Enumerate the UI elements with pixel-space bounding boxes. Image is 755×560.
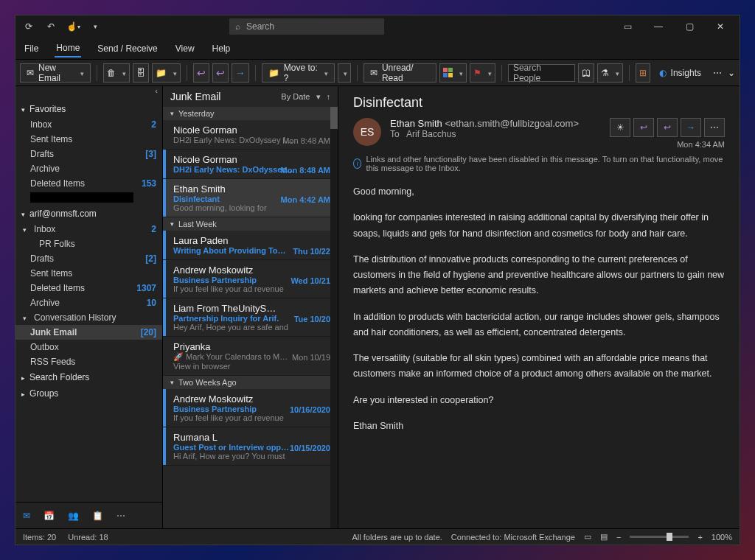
qat-customize-icon[interactable]: ▾	[86, 18, 104, 35]
touch-mode-icon[interactable]: ☝▾	[64, 18, 82, 35]
to-label: To	[390, 129, 400, 139]
undo-qat-icon[interactable]: ↶	[42, 18, 60, 35]
mail-item[interactable]: Andrew Moskowitz Business Partnership 10…	[163, 389, 338, 427]
people-nav-icon[interactable]: 👥	[68, 511, 79, 521]
zoom-out-icon[interactable]: −	[616, 533, 621, 542]
mail-from: Andrew Moskowitz	[173, 393, 330, 405]
mail-item[interactable]: Andrew Moskowitz Business Partnership We…	[163, 260, 338, 298]
menu-send-receive[interactable]: Send / Receive	[96, 41, 159, 57]
msg-reply-button[interactable]: ↩	[633, 118, 654, 137]
addins-button[interactable]: ⊞	[636, 63, 650, 83]
view-normal-icon[interactable]: ▭	[584, 532, 591, 542]
menu-view[interactable]: View	[174, 41, 196, 57]
ribbon-display-icon[interactable]: ▭	[613, 16, 642, 37]
mail-item[interactable]: Ethan Smith Disinfectant Mon 4:42 AM Goo…	[163, 179, 338, 217]
sidebar-item[interactable]: Deleted Items1307	[15, 281, 162, 295]
message-list: Junk Email By Date ▾ ↑ YesterdayNicole G…	[163, 86, 338, 528]
folder-label: PR Folks	[39, 239, 75, 249]
main-body: ‹ Favorites Inbox2Sent ItemsDrafts[3]Arc…	[15, 86, 740, 528]
sidebar-item[interactable]: Sent Items	[15, 266, 162, 281]
groups-section[interactable]: Groups	[15, 385, 162, 402]
sidebar-item[interactable]: Junk Email[20]	[15, 325, 162, 340]
sun-toggle-button[interactable]: ☀	[610, 118, 630, 137]
maximize-button[interactable]: ▢	[675, 16, 704, 37]
sidebar-item[interactable]: Sent Items	[15, 132, 162, 147]
search-folders-section[interactable]: Search Folders	[15, 369, 162, 385]
sidebar-item[interactable]: Archive	[15, 161, 162, 176]
unread-read-button[interactable]: ✉ Unread/ Read	[363, 63, 436, 83]
tasks-nav-icon[interactable]: 📋	[92, 511, 103, 521]
sort-control[interactable]: By Date ▾ ↑	[281, 92, 330, 102]
sort-direction-icon[interactable]: ↑	[327, 92, 331, 101]
more-nav-icon[interactable]: ⋯	[116, 511, 125, 521]
new-email-label: New Email	[38, 63, 74, 83]
address-book-button[interactable]: 🕮	[578, 63, 594, 83]
zoom-thumb[interactable]	[667, 533, 672, 541]
mail-nav-icon[interactable]: ✉	[23, 511, 30, 521]
msg-forward-button[interactable]: →	[681, 118, 701, 137]
msg-more-button[interactable]: ⋯	[704, 118, 725, 137]
archive-button[interactable]: 🗄	[133, 63, 149, 83]
insights-icon: ◐	[659, 68, 667, 78]
menu-file[interactable]: File	[23, 41, 40, 57]
more-button[interactable]: ⋯	[710, 63, 725, 83]
account-section[interactable]: arif@onmsft.com	[15, 206, 162, 222]
sidebar-item[interactable]: ▾Inbox2	[15, 222, 162, 237]
sidebar-item[interactable]: Archive10	[15, 295, 162, 310]
mail-item[interactable]: Rumana L Guest Post or Interview opp… 10…	[163, 427, 338, 466]
new-email-button[interactable]: ✉ New Email	[20, 63, 91, 83]
sidebar-collapse-icon[interactable]: ‹	[15, 86, 162, 101]
search-people-input[interactable]: Search People	[508, 64, 575, 82]
body-paragraph: Ethan Smith	[353, 419, 725, 434]
scrollbar-thumb[interactable]	[330, 107, 338, 129]
filter-button[interactable]: ⚗	[597, 63, 623, 83]
quicksteps-more[interactable]	[338, 63, 351, 83]
mail-from: Nicole Gorman	[173, 154, 330, 165]
move-button[interactable]: 📁	[152, 63, 181, 83]
chevron-down-icon	[171, 68, 177, 78]
folder-count: 10	[147, 298, 156, 308]
mail-date: 10/15/2020	[290, 444, 330, 452]
message-list-scrollbar[interactable]	[330, 107, 338, 528]
minimize-button[interactable]: —	[644, 16, 673, 37]
move-to-button[interactable]: 📁 Move to: ?	[262, 63, 335, 83]
reply-button[interactable]: ↩	[193, 63, 209, 83]
global-search[interactable]: ⌕ Search	[229, 18, 384, 35]
forward-button[interactable]: →	[232, 63, 249, 83]
mail-item[interactable]: Nicole Gorman DH2i Early News: DxOdyssey…	[163, 120, 338, 150]
menu-help[interactable]: Help	[211, 41, 232, 57]
view-reading-icon[interactable]: ▤	[600, 532, 608, 542]
mail-group-header[interactable]: Two Weeks Ago	[163, 376, 338, 389]
sidebar-item[interactable]: Drafts[2]	[15, 251, 162, 266]
ribbon-collapse-icon[interactable]: ⌄	[728, 68, 735, 78]
reply-all-button[interactable]: ↩	[212, 63, 229, 83]
sync-icon[interactable]: ⟳	[20, 18, 38, 35]
msg-reply-all-button[interactable]: ↩	[657, 118, 678, 137]
menu-home[interactable]: Home	[55, 40, 81, 57]
mail-item[interactable]: Laura Paden Writing About Providing To… …	[163, 231, 338, 260]
zoom-slider[interactable]	[630, 536, 689, 538]
insights-button[interactable]: ◐ Insights	[653, 63, 707, 83]
mail-group-header[interactable]: Yesterday	[163, 107, 338, 120]
calendar-nav-icon[interactable]: 📅	[44, 511, 55, 521]
sidebar-item[interactable]: Drafts[3]	[15, 147, 162, 161]
mail-item[interactable]: Nicole Gorman DH2i Early News: DxOdyssee…	[163, 150, 338, 179]
flag-button[interactable]: ⚑	[470, 63, 495, 83]
sidebar-item[interactable]: Outbox	[15, 340, 162, 354]
mail-from: Nicole Gorman	[173, 125, 330, 136]
zoom-in-icon[interactable]: +	[697, 533, 702, 542]
categorize-button[interactable]	[439, 63, 467, 83]
sidebar-subitem[interactable]: PR Folks	[15, 237, 162, 251]
close-button[interactable]: ✕	[706, 16, 735, 37]
delete-button[interactable]: 🗑	[103, 63, 130, 83]
mail-item[interactable]: Priyanka 🚀 Mark Your Calendars to M… Mon…	[163, 337, 338, 376]
mail-preview: View in browser	[173, 362, 330, 371]
sidebar-item[interactable]: Inbox2	[15, 117, 162, 132]
mail-item[interactable]: Liam From TheUnityS… Partnership Inquiry…	[163, 298, 338, 337]
sidebar-item[interactable]: RSS Feeds	[15, 354, 162, 369]
sidebar-item[interactable]: Deleted Items153	[15, 176, 162, 191]
favorites-section[interactable]: Favorites	[15, 101, 162, 117]
mail-group-header[interactable]: Last Week	[163, 217, 338, 231]
folder-count: 2	[151, 119, 156, 130]
sidebar-item[interactable]: ▾Conversation History	[15, 310, 162, 325]
